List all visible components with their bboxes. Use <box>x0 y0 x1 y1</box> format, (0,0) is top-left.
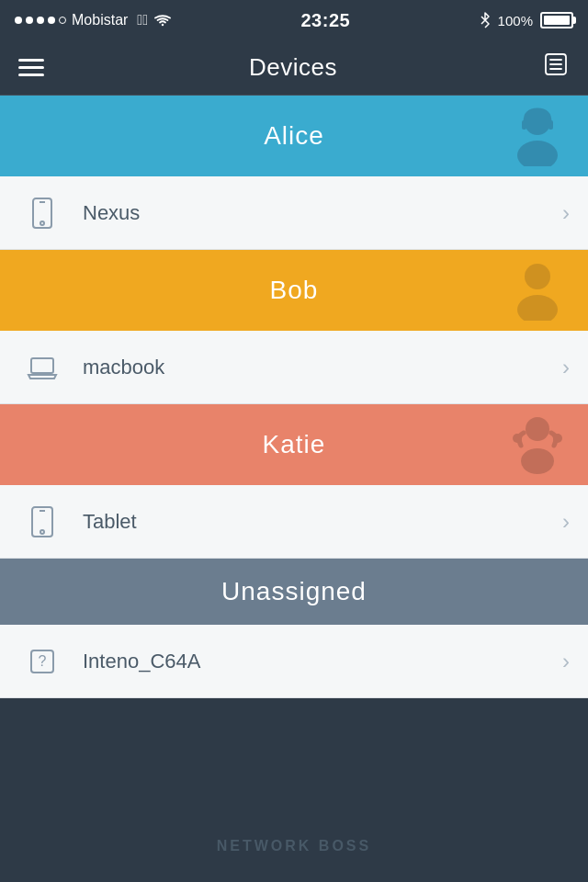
dot-3 <box>37 17 44 24</box>
user-header-katie[interactable]: Katie <box>0 404 588 485</box>
svg-point-15 <box>521 448 554 474</box>
user-header-bob[interactable]: Bob <box>0 250 588 331</box>
phone-icon <box>18 189 66 237</box>
user-header-unassigned[interactable]: Unassigned <box>0 559 588 625</box>
chevron-tablet: › <box>562 509 570 535</box>
svg-point-5 <box>517 141 558 166</box>
device-row-inteno[interactable]: ? Inteno_C64A › <box>0 625 588 698</box>
avatar-katie <box>505 411 570 479</box>
battery-fill <box>544 16 570 25</box>
svg-text:?: ? <box>39 653 47 669</box>
list-view-button[interactable] <box>542 51 570 85</box>
svg-rect-13 <box>31 358 53 373</box>
svg-point-10 <box>40 221 44 225</box>
status-left: Mobistar ‣⃝ <box>15 12 172 28</box>
dot-5 <box>59 17 66 24</box>
svg-rect-6 <box>522 120 526 130</box>
dot-2 <box>26 17 33 24</box>
device-row-macbook[interactable]: macbook › <box>0 331 588 404</box>
svg-point-19 <box>40 530 44 534</box>
chevron-macbook: › <box>562 355 570 380</box>
avatar-alice <box>505 102 570 170</box>
tablet-icon <box>18 498 66 546</box>
device-label-macbook: macbook <box>83 356 562 379</box>
hamburger-line-1 <box>18 59 44 62</box>
svg-point-17 <box>553 434 562 443</box>
user-name-bob: Bob <box>270 276 319 305</box>
device-row-tablet[interactable]: Tablet › <box>0 485 588 559</box>
status-time: 23:25 <box>301 10 351 31</box>
dot-1 <box>15 17 22 24</box>
battery-indicator <box>540 12 573 28</box>
user-name-katie: Katie <box>263 430 326 459</box>
battery-percent: 100% <box>498 13 533 28</box>
svg-rect-7 <box>548 120 553 130</box>
hamburger-line-2 <box>18 66 44 69</box>
device-row-nexus[interactable]: Nexus › <box>0 176 588 250</box>
svg-point-16 <box>513 434 522 443</box>
unknown-device-icon: ? <box>18 638 66 685</box>
carrier-name: Mobistar <box>72 12 128 28</box>
hamburger-line-3 <box>18 74 44 76</box>
footer: NETWORK BOSS <box>0 838 588 854</box>
svg-point-12 <box>517 295 558 321</box>
wifi-signal-icon <box>153 14 172 27</box>
svg-point-11 <box>525 264 550 289</box>
dot-4 <box>48 17 55 24</box>
wifi-icon: ‣⃝ <box>137 12 148 28</box>
laptop-icon <box>18 344 66 391</box>
svg-point-14 <box>526 417 549 441</box>
user-name-alice: Alice <box>264 121 324 151</box>
nav-bar: Devices <box>0 40 588 96</box>
chevron-nexus: › <box>562 200 570 226</box>
content-area: Alice Nexus › Bob <box>0 96 588 698</box>
brand-name: NETWORK BOSS <box>217 838 371 854</box>
list-view-icon <box>542 51 570 78</box>
user-header-alice[interactable]: Alice <box>0 96 588 176</box>
status-bar: Mobistar ‣⃝ 23:25 100% <box>0 0 588 40</box>
device-label-inteno: Inteno_C64A <box>83 650 562 673</box>
user-name-unassigned: Unassigned <box>221 577 367 606</box>
battery-box <box>540 12 573 28</box>
avatar-bob <box>505 256 570 324</box>
signal-dots <box>15 17 66 24</box>
device-label-nexus: Nexus <box>83 201 562 225</box>
device-label-tablet: Tablet <box>83 510 562 534</box>
page-title: Devices <box>249 53 337 82</box>
status-right: 100% <box>480 12 573 28</box>
bluetooth-icon <box>480 12 491 28</box>
chevron-inteno: › <box>562 649 570 674</box>
menu-button[interactable] <box>18 59 44 76</box>
